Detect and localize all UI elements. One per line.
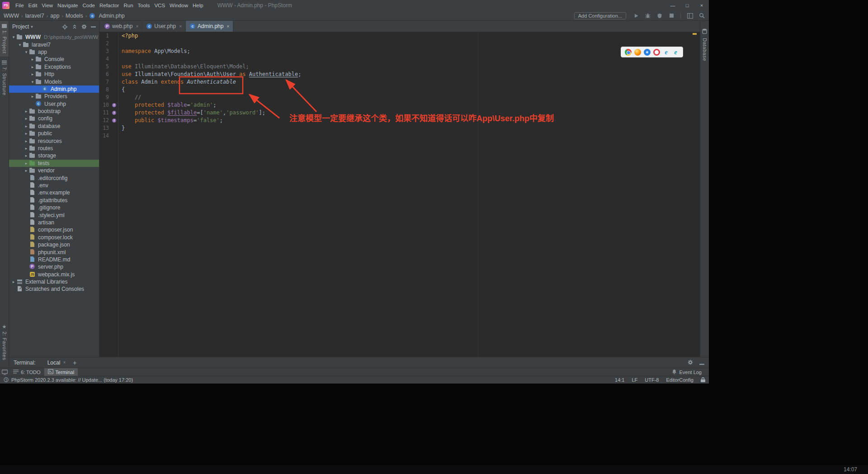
tree-item-config[interactable]: ▸config xyxy=(9,115,99,122)
code-line-1[interactable]: 1<?php xyxy=(99,32,700,40)
chevron-right-icon[interactable]: ▸ xyxy=(24,108,29,115)
tree-item-routes[interactable]: ▸routes xyxy=(9,145,99,152)
chevron-right-icon[interactable]: ▸ xyxy=(30,56,35,63)
locate-file-icon[interactable] xyxy=(62,24,68,30)
menu-tools[interactable]: Tools xyxy=(136,0,152,11)
close-button[interactable]: × xyxy=(694,0,709,11)
terminal-tab-local[interactable]: Local × xyxy=(47,360,66,366)
code-line-3[interactable]: 3namespace App\Models; xyxy=(99,47,700,55)
tree-item-laravel7[interactable]: ▾laravel7 xyxy=(9,41,99,48)
status-message[interactable]: PhpStorm 2020.2.3 available: // Update..… xyxy=(11,377,133,383)
tree-item-env[interactable]: .env xyxy=(9,182,99,189)
chevron-down-icon[interactable]: ▾ xyxy=(30,78,35,85)
menu-help[interactable]: Help xyxy=(190,0,206,11)
chevron-right-icon[interactable]: ▸ xyxy=(30,93,35,100)
tree-item-gitattributes[interactable]: .gitattributes xyxy=(9,197,99,204)
code-line-4[interactable]: 4 xyxy=(99,55,700,63)
tree-item-exceptions[interactable]: ▸Exceptions xyxy=(9,63,99,71)
opera-browser-icon[interactable] xyxy=(653,49,660,56)
tree-item-env-example[interactable]: .env.example xyxy=(9,189,99,196)
caret-position-widget[interactable]: 14:1 xyxy=(615,377,624,383)
menu-run[interactable]: Run xyxy=(121,0,135,11)
menu-code[interactable]: Code xyxy=(80,0,97,11)
tree-item-models[interactable]: ▾Models xyxy=(9,78,99,85)
encoding-widget[interactable]: UTF-8 xyxy=(645,377,659,383)
breadcrumb-laravel7[interactable]: laravel7 xyxy=(25,13,44,19)
breadcrumb-app[interactable]: app xyxy=(50,13,59,19)
close-tab-icon[interactable]: × xyxy=(179,24,182,29)
collapse-all-icon[interactable] xyxy=(72,24,77,29)
menu-view[interactable]: View xyxy=(39,0,55,11)
chevron-right-icon[interactable]: ▸ xyxy=(24,130,29,137)
code-line-9[interactable]: 9 // xyxy=(99,94,700,101)
terminal-settings-gear-icon[interactable] xyxy=(688,359,693,367)
chevron-right-icon[interactable]: ▸ xyxy=(24,115,29,122)
chrome-browser-icon[interactable] xyxy=(625,49,632,56)
tree-item-package-json[interactable]: package.json xyxy=(9,241,99,248)
tree-item-vendor[interactable]: ▸vendor xyxy=(9,167,99,174)
menu-edit[interactable]: Edit xyxy=(26,0,40,11)
tree-item-console[interactable]: ▸Console xyxy=(9,56,99,63)
chevron-right-icon[interactable]: ▸ xyxy=(24,167,29,174)
tree-item-composer-lock[interactable]: composer.lock xyxy=(9,234,99,241)
tree-item-webpack-mix-js[interactable]: webpack.mix.js xyxy=(9,271,99,278)
safari-browser-icon[interactable] xyxy=(644,49,651,56)
update-status-icon[interactable] xyxy=(4,377,9,383)
chevron-down-icon[interactable]: ▾ xyxy=(24,48,29,56)
chevron-down-icon[interactable]: ▾ xyxy=(11,33,16,41)
event-log-button[interactable]: Event Log xyxy=(668,369,705,375)
chevron-right-icon[interactable]: ▸ xyxy=(11,278,16,285)
add-configuration-button[interactable]: Add Configuration... xyxy=(574,12,626,19)
chevron-down-icon[interactable]: ▾ xyxy=(17,41,23,48)
settings-gear-icon[interactable] xyxy=(81,24,87,29)
hide-panel-icon[interactable] xyxy=(91,26,96,28)
tree-item-resources[interactable]: ▸resources xyxy=(9,137,99,144)
tree-item-server-php[interactable]: server.php xyxy=(9,263,99,270)
menu-navigate[interactable]: Navigate xyxy=(55,0,80,11)
tree-item-scratches-and-consoles[interactable]: Scratches and Consoles xyxy=(9,285,99,293)
hide-terminal-icon[interactable] xyxy=(699,359,704,367)
minimize-button[interactable]: — xyxy=(665,0,680,11)
code-line-8[interactable]: 8{ xyxy=(99,86,700,94)
search-everywhere-icon[interactable] xyxy=(698,12,705,19)
tree-item-bootstrap[interactable]: ▸bootstrap xyxy=(9,108,99,115)
debug-bug-icon[interactable] xyxy=(644,12,651,19)
tab-admin-php[interactable]: Admin.php× xyxy=(186,21,233,32)
chevron-right-icon[interactable]: ▸ xyxy=(30,63,35,71)
new-terminal-tab-button[interactable]: + xyxy=(73,360,76,366)
stop-button[interactable] xyxy=(668,12,675,19)
edge-browser-icon[interactable]: e xyxy=(672,49,679,56)
breadcrumb-models[interactable]: Models xyxy=(66,13,83,19)
tab-web-php[interactable]: web.php× xyxy=(100,21,142,32)
code-line-13[interactable]: 13} xyxy=(99,124,700,132)
menu-file[interactable]: File xyxy=(13,0,26,11)
tree-item-gitignore[interactable]: .gitignore xyxy=(9,204,99,211)
maximize-button[interactable]: □ xyxy=(680,0,694,11)
close-tab-icon[interactable]: × xyxy=(136,24,138,29)
readonly-lock-icon[interactable] xyxy=(701,377,705,383)
chevron-right-icon[interactable]: ▸ xyxy=(24,145,29,152)
code-line-10[interactable]: 10 protected $table='admin'; xyxy=(99,101,700,109)
code-line-5[interactable]: 5use Illuminate\Database\Eloquent\Model; xyxy=(99,63,700,71)
chevron-right-icon[interactable]: ▸ xyxy=(24,137,29,145)
tool-button-favorites[interactable]: ★ 2: Favorites xyxy=(0,321,9,363)
tree-item-phpunit-xml[interactable]: phpunit.xml xyxy=(9,248,99,256)
code-line-7[interactable]: 7class Admin extends Authenticatable xyxy=(99,78,700,86)
editorconfig-widget[interactable]: EditorConfig xyxy=(666,377,693,383)
tab-user-php[interactable]: User.php× xyxy=(142,21,186,32)
code-line-14[interactable]: 14 xyxy=(99,132,700,140)
tool-button-terminal[interactable]: Terminal xyxy=(44,368,78,376)
tree-item-composer-json[interactable]: composer.json xyxy=(9,226,99,233)
tree-item-tests[interactable]: ▸tests xyxy=(9,160,99,167)
breadcrumb-www[interactable]: WWW xyxy=(4,13,19,19)
chevron-right-icon[interactable]: ▸ xyxy=(24,123,29,130)
tool-window-quick-access-icon[interactable] xyxy=(0,368,9,376)
tree-item-user-php[interactable]: User.php xyxy=(9,100,99,108)
tool-button-database[interactable]: Database xyxy=(702,24,708,64)
window-layout-button[interactable] xyxy=(686,12,693,19)
tree-item-database[interactable]: ▸database xyxy=(9,123,99,130)
tree-item-styleci-yml[interactable]: .styleci.yml xyxy=(9,211,99,218)
coverage-shield-icon[interactable] xyxy=(656,12,663,19)
tool-button-todo[interactable]: 6: TODO xyxy=(9,368,44,376)
tree-item-public[interactable]: ▸public xyxy=(9,130,99,137)
